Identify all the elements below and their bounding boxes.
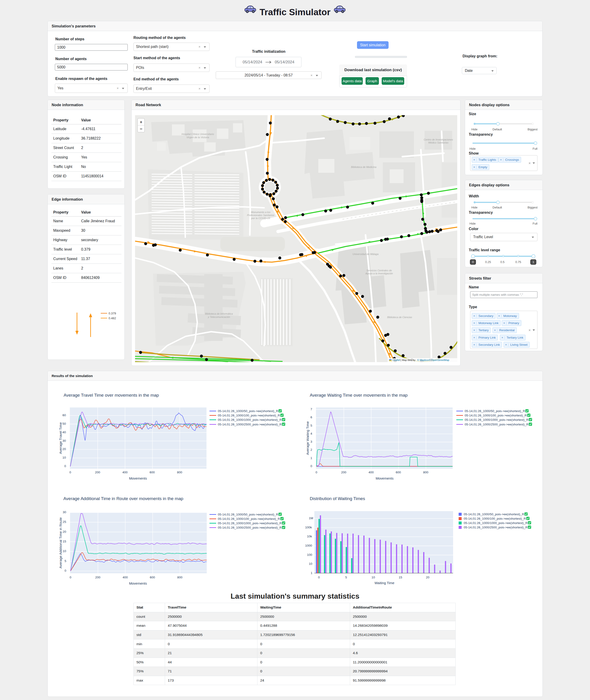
- svg-text:© Mapbox© OpenStreetMap: © Mapbox© OpenStreetMap: [417, 359, 449, 361]
- svg-text:+: +: [140, 120, 142, 124]
- svg-text:Universidad de Málaga: Universidad de Málaga: [353, 253, 379, 255]
- svg-text:0.379: 0.379: [109, 312, 116, 315]
- svg-text:Leaflet: Leaflet: [392, 359, 400, 361]
- svg-text:Apoyo a la Investigación: Apoyo a la Investigación: [365, 272, 393, 275]
- svg-text:Average Waiting Time: Average Waiting Time: [306, 421, 309, 455]
- svg-text:Average Additional Time in Rou: Average Additional Time in Route: [60, 517, 63, 569]
- svg-text:Biblioteca de Ciencias: Biblioteca de Ciencias: [387, 316, 412, 319]
- svg-text:Biblioteca de Medicina: Biblioteca de Medicina: [351, 165, 376, 168]
- svg-text:Virgen de la Victoria: Virgen de la Victoria: [186, 136, 209, 139]
- svg-text:Servicios Centrales de: Servicios Centrales de: [367, 269, 392, 272]
- svg-text:Monumento a los: Monumento a los: [251, 211, 271, 214]
- svg-text:Centro de Investigaciones: Centro de Investigaciones: [423, 138, 453, 141]
- svg-text:Hospital Clínico Universitario: Hospital Clínico Universitario: [182, 133, 214, 135]
- svg-text:| Map tiles by: | Map tiles by: [401, 359, 415, 361]
- svg-text:por la COVID-19: por la COVID-19: [251, 217, 270, 220]
- svg-text:Biblioteca de Informática: Biblioteca de Informática: [205, 312, 233, 315]
- svg-text:Profesionales Sanitarios: Profesionales Sanitarios: [247, 214, 275, 217]
- svg-text:0.482: 0.482: [109, 317, 116, 320]
- svg-text:Average Travel Time: Average Travel Time: [60, 422, 63, 454]
- svg-text:−: −: [140, 126, 142, 131]
- svg-text:y Telecomunicación: y Telecomunicación: [208, 316, 230, 318]
- svg-text:Médico Sanitarias: Médico Sanitarias: [428, 141, 449, 144]
